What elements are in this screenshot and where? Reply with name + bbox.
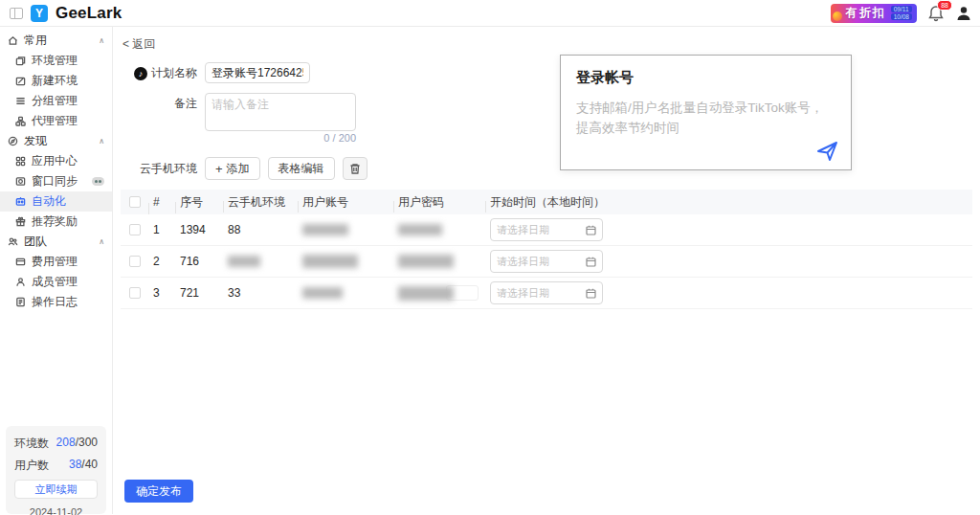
table-edit-button[interactable]: 表格编辑 [268, 157, 335, 180]
quota-panel: 环境数 208/300 用户数 38/40 立即续期 2024-11-02 [6, 426, 106, 514]
sidebar-section-discover[interactable]: 发现 ∧ [0, 131, 112, 151]
plan-name-label: 计划名称 [151, 65, 197, 81]
sidebar-item-group-manage[interactable]: 分组管理 [0, 91, 112, 111]
windows-stack-icon [15, 56, 26, 66]
promo-banner[interactable]: 有折扣 09/11 10/08 [831, 4, 917, 23]
row-checkbox[interactable] [129, 287, 141, 299]
row-checkbox[interactable] [129, 256, 141, 267]
col-index: # [149, 195, 176, 209]
trash-icon [349, 163, 361, 175]
promo-date-end: 10/08 [891, 13, 912, 20]
geelark-logo-icon: Y [31, 5, 48, 22]
redacted-env [228, 256, 260, 267]
network-icon [15, 116, 26, 126]
plan-name-input[interactable] [205, 62, 310, 83]
gift-icon [15, 216, 26, 227]
env-count-label: 环境数 [14, 436, 49, 452]
table-row: 1 1394 88 [121, 214, 972, 246]
row-checkbox[interactable] [129, 224, 141, 235]
note-textarea[interactable] [205, 93, 356, 131]
promo-label: 有折扣 [846, 5, 886, 21]
user-count-total: /40 [81, 458, 98, 471]
notifications-button[interactable]: 88 [926, 4, 946, 23]
start-date-picker[interactable] [490, 218, 603, 241]
note-char-counter: 0 / 200 [323, 132, 356, 144]
table-row: 2 716 [121, 246, 972, 278]
redacted-account [302, 224, 348, 235]
sidebar-section-common[interactable]: 常用 ∧ [0, 31, 112, 51]
logo-text: GeeLark [56, 4, 122, 23]
plus-icon: + [215, 163, 223, 175]
col-account: 用户账号 [299, 194, 394, 211]
redacted-password [398, 255, 454, 268]
start-date-picker[interactable] [490, 250, 603, 273]
col-env: 云手机环境 [224, 194, 299, 211]
calendar-icon [586, 257, 596, 267]
user-count-used: 38 [69, 458, 81, 471]
compass-icon [8, 136, 18, 146]
send-icon[interactable] [816, 141, 839, 162]
chevron-up-icon: ∧ [99, 36, 104, 45]
promo-date-start: 09/11 [891, 6, 912, 12]
sidebar-item-new-env[interactable]: 新建环境 [0, 71, 112, 91]
chevron-up-icon: ∧ [99, 237, 104, 246]
sidebar-item-members[interactable]: 成员管理 [0, 272, 112, 292]
redacted-password [398, 286, 454, 301]
sidebar-item-env-manage[interactable]: 环境管理 [0, 51, 112, 71]
redacted-password [398, 224, 442, 235]
table-header: # 序号 云手机环境 用户账号 用户密码 开始时间（本地时间） [121, 190, 972, 214]
sidebar-item-app-center[interactable]: 应用中心 [0, 151, 112, 171]
env-table: # 序号 云手机环境 用户账号 用户密码 开始时间（本地时间） 1 1394 8… [121, 190, 972, 309]
sidebar-item-operation-log[interactable]: 操作日志 [0, 292, 112, 312]
user-count-label: 用户数 [14, 458, 49, 474]
renew-button[interactable]: 立即续期 [14, 480, 98, 499]
sidebar-section-team[interactable]: 团队 ∧ [0, 232, 112, 252]
calendar-icon [586, 288, 596, 299]
main-content: < 返回 ♪ 计划名称 备注 0 / 200 云手机环境 + 添加 表格编辑 [113, 27, 980, 514]
confirm-publish-button[interactable]: 确定发布 [124, 480, 193, 503]
col-start-time: 开始时间（本地时间） [486, 194, 972, 211]
env-count-used: 208 [56, 436, 76, 449]
calendar-icon [586, 225, 596, 235]
back-link[interactable]: < 返回 [122, 36, 980, 53]
add-button[interactable]: + 添加 [205, 157, 260, 180]
team-icon [8, 236, 18, 247]
sidebar-item-referral-rewards[interactable]: 推荐奖励 [0, 212, 112, 232]
col-serial: 序号 [176, 194, 224, 211]
tooltip-description: 支持邮箱/用户名批量自动登录TikTok账号，提高效率节约时间 [576, 99, 835, 139]
cloud-phone-env-label: 云手机环境 [121, 161, 205, 177]
tooltip-title: 登录帐号 [576, 69, 835, 87]
env-count-total: /300 [76, 436, 98, 449]
sync-window-icon [15, 176, 26, 187]
sidebar: 常用 ∧ 环境管理 新建环境 分组管理 代理管理 发现 [0, 27, 113, 514]
note-label: 备注 [174, 96, 197, 112]
collapse-sidebar-icon[interactable] [10, 8, 23, 19]
promo-decoration [833, 11, 842, 21]
sidebar-item-window-sync[interactable]: 窗口同步 [0, 171, 112, 191]
col-password: 用户密码 [394, 194, 486, 211]
select-all-checkbox[interactable] [129, 196, 141, 208]
top-bar: Y GeeLark 有折扣 09/11 10/08 88 [0, 0, 980, 27]
start-date-picker[interactable] [490, 281, 603, 304]
log-icon [15, 297, 26, 307]
home-icon [8, 35, 18, 46]
list-icon [15, 96, 26, 106]
card-icon [15, 257, 26, 267]
expiry-date: 2024-11-02 [14, 506, 98, 515]
redacted-account [302, 287, 343, 299]
vr-goggles-badge-icon [92, 177, 104, 186]
sidebar-item-proxy-manage[interactable]: 代理管理 [0, 111, 112, 131]
user-avatar[interactable] [955, 5, 972, 22]
login-account-tooltip: 登录帐号 支持邮箱/用户名批量自动登录TikTok账号，提高效率节约时间 [560, 55, 852, 170]
delete-button[interactable] [343, 157, 368, 180]
automation-icon [15, 196, 26, 207]
redacted-account [302, 255, 358, 268]
sidebar-item-billing[interactable]: 费用管理 [0, 252, 112, 272]
edit-icon [15, 76, 26, 86]
member-icon [15, 277, 26, 287]
notification-badge: 88 [937, 0, 952, 11]
sidebar-item-automation[interactable]: 自动化 [0, 191, 112, 212]
table-row: 3 721 33 [121, 278, 972, 309]
tiktok-icon: ♪ [134, 67, 147, 80]
apps-grid-icon [15, 156, 26, 167]
